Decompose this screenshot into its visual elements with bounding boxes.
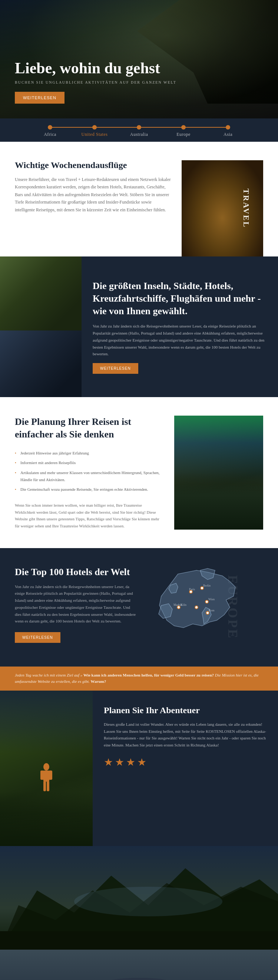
- hotels-text: Die Top 100 Hotels der Welt Von Jahr zu …: [15, 566, 148, 643]
- adventure-title: Planen Sie Ihr Abenteuer: [104, 705, 267, 715]
- star-2: ★: [115, 756, 124, 768]
- forest-floor: [0, 792, 93, 846]
- weekend-body: Unsere Reiseführer, die von Travel + Lei…: [15, 176, 173, 213]
- islands-text-panel: Die größten Inseln, Städte, Hotels, Kreu…: [81, 256, 278, 397]
- svg-text:Paris: Paris: [189, 588, 195, 591]
- star-3: ★: [126, 756, 135, 768]
- nav-label-us: United States: [81, 132, 108, 137]
- planning-title: Die Planung Ihrer Reisen ist einfacher a…: [15, 415, 163, 441]
- adventure-right-panel: Planen Sie Ihr Abenteuer Dieses große La…: [93, 690, 278, 846]
- planning-bullet-2: Informiert mit anderen Reisepflös: [15, 458, 163, 468]
- nav-dot-europe: [181, 125, 186, 129]
- quote-main: Wie kann ich anderen Menschen helfen, fü…: [83, 673, 214, 677]
- star-1: ★: [104, 756, 113, 768]
- islands-section: Die größten Inseln, Städte, Hotels, Kreu…: [0, 256, 278, 397]
- europe-map: Europe: [148, 566, 263, 648]
- svg-rect-26: [49, 770, 52, 780]
- nav-item-europe[interactable]: Europe: [161, 125, 206, 137]
- landscape-image-2: [0, 331, 81, 397]
- quote-prefix: Jeden Tag wache ich mit einem Ziel auf »: [15, 673, 82, 677]
- adventure-body: Dieses große Land ist voller Wunder. Abe…: [104, 721, 267, 749]
- nav-item-australia[interactable]: Australia: [117, 125, 161, 137]
- bridge-image: [0, 950, 278, 980]
- bridge-svg: [0, 950, 278, 980]
- svg-text:Berlin: Berlin: [203, 584, 211, 587]
- nav-label-asia: Asia: [224, 132, 232, 137]
- svg-rect-25: [40, 770, 44, 780]
- svg-text:Köln: Köln: [181, 603, 187, 606]
- svg-point-12: [206, 601, 208, 603]
- nav-label-europe: Europe: [176, 132, 190, 137]
- hotels-title: Die Top 100 Hotels der Welt: [15, 566, 137, 578]
- planning-bullet-4: Die Gemeinschaft wozu passende Reisende,…: [15, 484, 163, 495]
- planning-text: Die Planung Ihrer Reisen ist einfacher a…: [15, 415, 163, 530]
- svg-rect-34: [0, 950, 278, 980]
- planning-section: Die Planung Ihrer Reisen ist einfacher a…: [0, 397, 278, 548]
- nav-item-asia[interactable]: Asia: [206, 125, 250, 137]
- adventure-image: [0, 690, 93, 846]
- nav-label-australia: Australia: [130, 132, 148, 137]
- planning-image: [174, 415, 263, 530]
- weekend-section: Wichtige Wochenendausflüge Unsere Reisef…: [0, 142, 278, 256]
- planning-body: Wenn Sie schon immer lernen wollten, wie…: [15, 502, 163, 530]
- mountains-silhouette: [174, 473, 263, 530]
- large-landscape-image: [0, 846, 278, 950]
- planning-bullets: Jederzeit Hinweise aus jähriger Erfahrun…: [15, 448, 163, 495]
- sky-overlay: [0, 690, 93, 753]
- adventure-section: Planen Sie Ihr Abenteuer Dieses große La…: [0, 690, 278, 846]
- svg-rect-24: [43, 770, 49, 782]
- islands-title: Die größten Inseln, Städte, Hotels, Kreu…: [93, 280, 269, 317]
- svg-point-23: [43, 763, 49, 770]
- islands-image-col: [0, 256, 81, 397]
- quote-text: Jeden Tag wache ich mit einem Ziel auf »…: [15, 672, 263, 685]
- svg-text:Rom: Rom: [209, 609, 215, 612]
- europe-map-svg: Paris Berlin Wien Rom Madrid Köln: [148, 566, 248, 644]
- landscape-image-1: [0, 256, 81, 331]
- svg-rect-32: [0, 931, 278, 950]
- travel-vertical-label: Travel: [242, 189, 251, 228]
- svg-point-33: [74, 887, 222, 916]
- islands-read-more-button[interactable]: WEITERLESEN: [93, 363, 138, 374]
- quote-bar: Jeden Tag wache ich mit einem Ziel auf »…: [0, 667, 278, 690]
- svg-point-10: [195, 606, 198, 608]
- mountain-svg: [0, 846, 278, 950]
- hero-subtitle: BUCHEN SIE UNGLAUBLICHE AKTIVITÄTEN AUF …: [15, 80, 176, 84]
- nav-dot-asia: [226, 125, 230, 129]
- svg-rect-28: [47, 781, 49, 791]
- hero-section: Liebe, wohin du gehst BUCHEN SIE UNGLAUB…: [0, 0, 278, 118]
- nav-item-us[interactable]: United States: [72, 125, 117, 137]
- map-svg-container: Paris Berlin Wien Rom Madrid Köln: [148, 566, 252, 648]
- star-4: ★: [137, 756, 146, 768]
- nav-label-africa: Africa: [44, 132, 56, 137]
- svg-marker-0: [160, 570, 235, 628]
- weekend-title: Wichtige Wochenendausflüge: [15, 160, 173, 170]
- nav-dot-us: [92, 125, 97, 129]
- planning-bullet-3: Artikulaten und mehr unserer Klassen von…: [15, 468, 163, 484]
- nav-item-africa[interactable]: Africa: [28, 125, 72, 137]
- svg-rect-27: [43, 781, 46, 791]
- hotels-body: Von Jahr zu Jahr ändern sich die Reisege…: [15, 583, 137, 625]
- svg-text:Wien: Wien: [208, 598, 215, 601]
- hotels-read-more-button[interactable]: WEITERLESEN: [15, 632, 61, 643]
- hero-content: Liebe, wohin du gehst BUCHEN SIE UNGLAUB…: [0, 60, 176, 103]
- planning-bullet-1: Jederzeit Hinweise aus jähriger Erfahrun…: [15, 448, 163, 458]
- nav-dot-australia: [137, 125, 141, 129]
- hero-cta-button[interactable]: WEITERLESEN: [15, 92, 64, 103]
- hotels-section: Die Top 100 Hotels der Welt Von Jahr zu …: [0, 548, 278, 667]
- nav-items: Africa United States Australia Europe As…: [28, 125, 250, 137]
- weekend-image: Travel: [182, 160, 263, 256]
- quote-suffix2: Warum?: [91, 679, 106, 684]
- islands-body: Von Jahr zu Jahr ändern sich die Reisege…: [93, 323, 269, 357]
- hero-title: Liebe, wohin du gehst: [15, 60, 176, 76]
- nav-dot-africa: [48, 125, 52, 129]
- weekend-text: Wichtige Wochenendausflüge Unsere Reisef…: [15, 160, 173, 256]
- hiker-svg: [35, 762, 58, 799]
- nav-bar: Africa United States Australia Europe As…: [0, 118, 278, 142]
- stars-row: ★ ★ ★ ★: [104, 756, 267, 768]
